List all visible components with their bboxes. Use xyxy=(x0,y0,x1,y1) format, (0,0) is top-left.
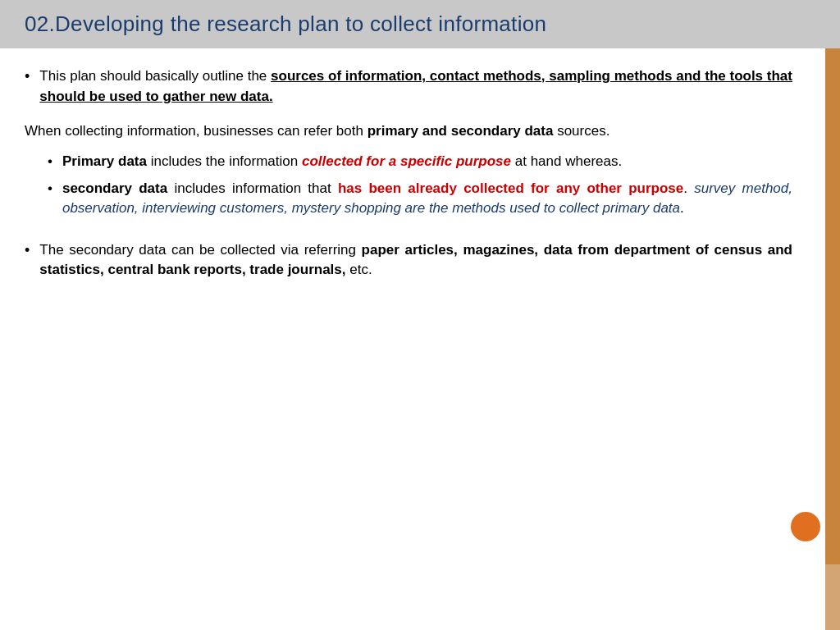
bullet-1: • This plan should basically outline the… xyxy=(25,66,815,107)
sub-bullet-icon-1: • xyxy=(48,153,52,170)
slide-title: 02.Developing the research plan to colle… xyxy=(25,11,815,37)
bullet-1-text-before: This plan should basically outline the xyxy=(39,68,271,84)
slide-header: 02.Developing the research plan to colle… xyxy=(0,0,840,48)
bullet-2-before: The secondary data can be collected via … xyxy=(39,242,361,258)
sub-bullet-1-red: collected for a specific purpose xyxy=(302,153,511,169)
bullet-2-after: etc. xyxy=(346,262,372,277)
sub-bullet-2-before: includes information that xyxy=(167,180,338,196)
paragraph-1-before: When collecting information, businesses … xyxy=(25,123,368,139)
slide-content: • This plan should basically outline the… xyxy=(0,48,840,630)
bullet-icon-2: • xyxy=(25,242,30,259)
sub-bullet-1-before: includes the information xyxy=(147,153,302,169)
right-border-decoration xyxy=(825,48,840,630)
sub-bullet-2: • secondary data includes information th… xyxy=(48,179,815,219)
sub-bullet-1-after: at hand whereas. xyxy=(511,153,622,169)
right-border-top xyxy=(825,48,840,564)
secondary-data-label: secondary data xyxy=(62,180,167,196)
paragraph-1-bold: primary and secondary data xyxy=(368,123,554,139)
right-border-bottom xyxy=(825,564,840,630)
bullet-2: • The secondary data can be collected vi… xyxy=(25,240,815,281)
bullet-icon-1: • xyxy=(25,68,30,85)
sub-bullet-1-content: Primary data includes the information co… xyxy=(62,152,645,172)
primary-data-label: Primary data xyxy=(62,153,147,169)
paragraph-1: When collecting information, businesses … xyxy=(25,121,815,142)
paragraph-1-after: sources. xyxy=(553,123,609,139)
sub-bullet-2-content: secondary data includes information that… xyxy=(62,179,815,219)
slide: 02.Developing the research plan to colle… xyxy=(0,0,840,630)
bullet-1-content: This plan should basically outline the s… xyxy=(39,66,815,107)
sub-bullet-2-period: . xyxy=(683,180,694,196)
sub-bullet-2-end-period: . xyxy=(680,200,684,216)
orange-circle-decoration xyxy=(791,512,820,541)
sub-bullets: • Primary data includes the information … xyxy=(48,152,815,226)
sub-bullet-icon-2: • xyxy=(48,180,52,197)
sub-bullet-2-red: has been already collected for any other… xyxy=(338,180,683,196)
sub-bullet-1: • Primary data includes the information … xyxy=(48,152,815,172)
bullet-2-content: The secondary data can be collected via … xyxy=(39,240,815,281)
